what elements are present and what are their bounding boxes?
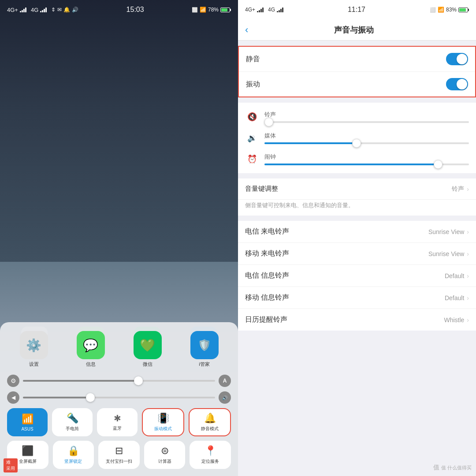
- right-battery-icon: [458, 7, 469, 12]
- signal-bars-2: [40, 7, 47, 12]
- right-signal-1: [257, 7, 264, 12]
- mobile-ringtone-value: Sunrise View: [428, 250, 464, 257]
- cc-btn-rotate-lock[interactable]: 🔒 竖屏锁定: [53, 441, 94, 469]
- settings-content: 静音 振动 🔇 铃声: [238, 41, 476, 476]
- left-battery-icon: [220, 7, 231, 12]
- cc-location-label: 定位服务: [201, 458, 219, 465]
- back-button[interactable]: ‹: [245, 24, 248, 36]
- mobile-sms-label: 移动 信息铃声: [245, 293, 445, 302]
- brightness-slider[interactable]: [23, 380, 215, 382]
- calendar-remind-value: Whistle: [444, 316, 464, 324]
- volume-key-value: 铃声: [452, 185, 464, 193]
- calendar-remind-row[interactable]: 日历提醒铃声 Whistle ›: [238, 309, 476, 331]
- volume-low-icon: ◀: [7, 391, 19, 404]
- left-right-status: ⬜ 📶 78%: [192, 7, 231, 13]
- silent-label: 静音: [246, 55, 446, 64]
- media-track[interactable]: [264, 142, 469, 144]
- brightness-slider-row: ⚙ A: [7, 375, 231, 387]
- bell-icon: 🔔: [63, 7, 70, 13]
- vibrate-toggle[interactable]: [446, 78, 468, 90]
- cc-screenshot-label: 全屏截屏: [19, 458, 37, 465]
- ringtone-icon: 🔇: [245, 112, 259, 122]
- watermark-text: 值 什么值得买: [441, 465, 472, 471]
- calendar-remind-arrow: ›: [467, 316, 469, 324]
- volume-sliders-section: 🔇 铃声 🔉 媒体: [238, 103, 476, 173]
- vibrate-row: 振动: [239, 72, 475, 97]
- cc-app-shortcuts: ⚙️ 设置 💬 信息 💚 微信 🛡️ i管家: [7, 331, 231, 368]
- silent-toggle[interactable]: [446, 53, 468, 65]
- right-signal-2: [277, 7, 283, 12]
- right-panel: 4G+ 4G 11:17 ⬜ 📶 83%: [238, 0, 476, 476]
- right-wifi-icon: 📶: [438, 7, 444, 13]
- right-battery-area: ⬜ 📶 83%: [430, 7, 469, 13]
- signal-bars-1: [20, 7, 26, 12]
- bluetooth-icon: ✱: [114, 413, 121, 424]
- telecom-ringtone-row[interactable]: 电信 来电铃声 Sunrise View ›: [238, 221, 476, 243]
- cc-btn-flashlight[interactable]: 🔦 手电筒: [52, 408, 93, 436]
- mobile-ringtone-row[interactable]: 移动 来电铃声 Sunrise View ›: [238, 243, 476, 265]
- watermark-left: 难 采用: [4, 458, 18, 472]
- alipay-icon: ⊟: [115, 445, 123, 457]
- cc-rotate-label: 竖屏锁定: [64, 458, 82, 465]
- vibrate-icon: 📳: [157, 413, 169, 424]
- telecom-ringtone-label: 电信 来电铃声: [245, 227, 428, 236]
- nav-bar: ‹ 声音与振动: [238, 19, 476, 41]
- carrier1-label: 4G+: [7, 7, 18, 13]
- silent-row: 静音: [239, 47, 475, 72]
- cc-quick-buttons-1: 📶 ASUS 🔦 手电筒 ✱ 蓝牙 📳 振动模式 🔔 静音模式: [7, 408, 231, 436]
- volume-key-row[interactable]: 音量键调整 铃声 ›: [238, 178, 476, 200]
- volume-key-arrow: ›: [467, 186, 469, 193]
- cc-btn-bluetooth[interactable]: ✱ 蓝牙: [97, 408, 138, 436]
- rotate-lock-icon: 🔒: [67, 445, 79, 457]
- alarm-slider-row: ⏰ 闹钟: [238, 149, 476, 170]
- cc-quick-buttons-2: ⬛ 全屏截屏 🔒 竖屏锁定 ⊟ 支付宝扫一扫 ⊜ 计算器 📍 定位服务: [7, 441, 231, 469]
- right-statusbar: 4G+ 4G 11:17 ⬜ 📶 83%: [238, 0, 476, 19]
- cc-btn-alipay[interactable]: ⊟ 支付宝扫一扫: [98, 441, 140, 469]
- volume-high-icon: 🔊: [219, 391, 231, 404]
- telecom-sms-row[interactable]: 电信 信息铃声 Default ›: [238, 265, 476, 287]
- cc-vibrate-label: 振动模式: [154, 426, 172, 432]
- telecom-ringtone-arrow: ›: [467, 228, 469, 235]
- cc-wifi-label: ASUS: [21, 427, 33, 431]
- cc-btn-wifi[interactable]: 📶 ASUS: [7, 408, 48, 436]
- volume-key-section: 音量键调整 铃声 › 侧音量键可控制来电、信息和通知的音量。: [238, 178, 476, 216]
- cc-iguanjia-label: i管家: [199, 361, 209, 368]
- alarm-track[interactable]: [264, 164, 469, 165]
- cc-btn-calculator[interactable]: ⊜ 计算器: [144, 441, 186, 469]
- right-screen-icon: ⬜: [430, 7, 436, 13]
- left-panel: 4G+ 4G ⇕ ✉ 🔔 🔊 15:03 ⬜ 📶 78%: [0, 0, 238, 476]
- telecom-sms-label: 电信 信息铃声: [245, 271, 445, 280]
- cc-btn-silent[interactable]: 🔔 静音模式: [189, 408, 231, 436]
- wifi-icon: 📶: [22, 413, 33, 425]
- media-slider-row: 🔉 媒体: [238, 127, 476, 149]
- watermark-right: 值 值 什么值得买: [433, 464, 472, 472]
- carrier2-label: 4G: [31, 7, 38, 13]
- vibrate-label: 振动: [246, 80, 446, 89]
- cc-silent-label: 静音模式: [201, 426, 219, 432]
- cc-app-settings[interactable]: ⚙️ 设置: [7, 331, 60, 368]
- telecom-sms-arrow: ›: [467, 272, 469, 279]
- right-carrier2: 4G: [268, 7, 275, 13]
- volume-slider[interactable]: [23, 397, 215, 398]
- flashlight-icon: 🔦: [67, 413, 78, 424]
- left-battery-pct: 78%: [208, 7, 219, 13]
- usb-icon: ⇕: [51, 7, 56, 13]
- cc-app-wechat[interactable]: 💚 微信: [121, 331, 174, 368]
- cc-app-iguanjia[interactable]: 🛡️ i管家: [178, 331, 231, 368]
- right-carrier1: 4G+: [245, 7, 255, 13]
- ringtone-slider-row: 🔇 铃声: [238, 106, 476, 127]
- wifi-icon: 📶: [200, 7, 206, 13]
- calculator-icon: ⊜: [161, 445, 169, 457]
- mobile-sms-row[interactable]: 移动 信息铃声 Default ›: [238, 287, 476, 309]
- cc-flashlight-label: 手电筒: [66, 426, 79, 432]
- cc-app-messages[interactable]: 💬 信息: [64, 331, 117, 368]
- mobile-ringtone-arrow: ›: [467, 250, 469, 257]
- vibrate-toggle-knob: [457, 79, 467, 89]
- left-time: 15:03: [126, 6, 144, 14]
- cc-btn-vibrate[interactable]: 📳 振动模式: [142, 408, 184, 436]
- volume-icon: 🔊: [72, 7, 78, 13]
- ringtone-section: 电信 来电铃声 Sunrise View › 移动 来电铃声 Sunrise V…: [238, 221, 476, 331]
- left-carrier-info: 4G+ 4G ⇕ ✉ 🔔 🔊: [7, 7, 78, 13]
- ringtone-track[interactable]: [264, 121, 469, 123]
- cc-btn-location[interactable]: 📍 定位服务: [190, 441, 231, 469]
